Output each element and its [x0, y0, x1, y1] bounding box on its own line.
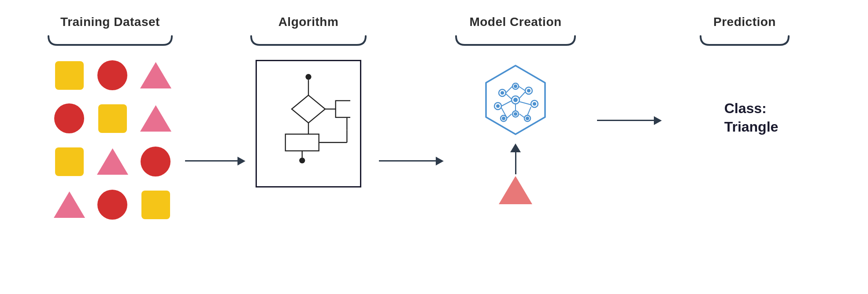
flowchart-svg — [267, 69, 350, 179]
flowchart-box — [256, 60, 361, 187]
prediction-section: Prediction Class: Triangle — [661, 15, 828, 136]
svg-line-32 — [519, 92, 525, 98]
svg-marker-0 — [140, 62, 171, 88]
svg-point-43 — [514, 85, 517, 88]
svg-point-4 — [305, 74, 311, 80]
training-header: Training Dataset — [40, 15, 181, 47]
diagram-wrapper: Training Dataset — [26, 11, 842, 283]
svg-line-31 — [519, 86, 525, 91]
svg-point-40 — [527, 89, 530, 92]
svg-marker-3 — [54, 191, 85, 218]
svg-rect-11 — [286, 134, 319, 151]
prediction-header: Prediction — [661, 15, 828, 47]
svg-marker-6 — [292, 95, 325, 123]
model-section: Model Creation — [441, 15, 590, 206]
arrow-algorithm-model — [379, 160, 436, 162]
model-title: Model Creation — [469, 15, 561, 29]
prediction-title: Prediction — [713, 15, 776, 29]
shape-yellow-square-3 — [55, 147, 84, 176]
algorithm-title: Algorithm — [278, 15, 339, 29]
svg-line-34 — [527, 107, 531, 115]
shape-red-circle-1 — [97, 60, 127, 90]
svg-rect-8 — [336, 101, 350, 118]
svg-point-45 — [514, 112, 517, 116]
svg-point-14 — [299, 158, 305, 163]
training-section: Training Dataset — [40, 15, 181, 224]
algorithm-section: Algorithm — [242, 15, 375, 187]
algorithm-brace — [247, 33, 370, 47]
shape-yellow-square-1 — [55, 61, 84, 90]
svg-line-30 — [507, 114, 512, 118]
svg-line-35 — [519, 114, 524, 118]
training-brace — [44, 33, 176, 47]
svg-marker-1 — [140, 105, 171, 132]
input-triangle — [498, 174, 533, 206]
svg-point-41 — [533, 102, 536, 106]
svg-marker-46 — [499, 176, 532, 204]
arrow-training-algorithm — [185, 160, 238, 162]
shape-pink-triangle-4 — [53, 190, 86, 220]
shape-red-circle-3 — [141, 147, 171, 176]
prediction-label: Class: Triangle — [724, 99, 779, 136]
model-header: Model Creation — [441, 15, 590, 47]
svg-point-38 — [496, 104, 500, 108]
svg-marker-2 — [97, 148, 128, 175]
algorithm-header: Algorithm — [242, 15, 375, 47]
brain-container — [474, 62, 557, 206]
svg-point-39 — [502, 117, 505, 120]
shape-pink-triangle-1 — [139, 60, 172, 90]
svg-point-37 — [501, 91, 504, 95]
arrow-model-prediction — [597, 120, 654, 121]
svg-line-28 — [501, 101, 512, 106]
shape-pink-triangle-3 — [96, 147, 129, 176]
brain-icon — [474, 62, 557, 143]
svg-point-44 — [513, 98, 518, 102]
svg-line-27 — [506, 94, 512, 99]
model-brace — [452, 33, 579, 47]
svg-line-33 — [519, 102, 531, 105]
svg-line-26 — [506, 86, 512, 93]
prediction-output: Class: Triangle — [724, 99, 779, 136]
training-title: Training Dataset — [60, 15, 160, 29]
shape-red-circle-4 — [97, 190, 127, 220]
svg-point-42 — [526, 117, 529, 120]
shape-yellow-square-4 — [141, 191, 170, 219]
input-arrow-group — [498, 143, 533, 206]
prediction-brace — [696, 33, 793, 47]
shape-yellow-square-2 — [98, 104, 127, 133]
shapes-grid — [49, 55, 175, 224]
shape-pink-triangle-2 — [139, 103, 172, 133]
shape-red-circle-2 — [54, 103, 84, 133]
